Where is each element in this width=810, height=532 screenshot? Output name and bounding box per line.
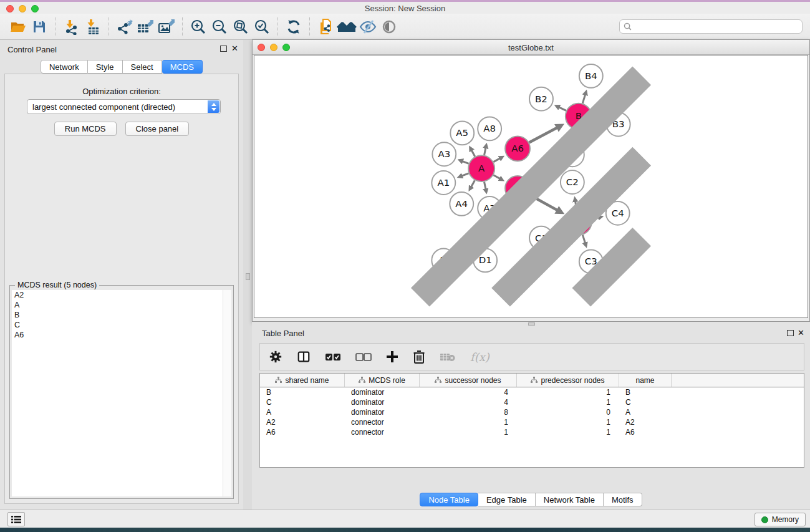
search-field[interactable]	[619, 19, 803, 34]
list-item[interactable]: A	[12, 300, 231, 310]
table-cell[interactable]: A2	[619, 418, 672, 427]
optimization-criterion-label: Optimization criterion:	[5, 87, 238, 96]
table-cell[interactable]: 4	[420, 398, 517, 407]
table-cell[interactable]: 8	[420, 408, 517, 417]
tab-edge-table[interactable]: Edge Table	[478, 493, 536, 506]
table-row[interactable]: Adominator80A	[260, 407, 804, 417]
run-mcds-button[interactable]: Run MCDS	[54, 122, 117, 136]
zoom-in-button[interactable]	[188, 16, 209, 37]
table-cell[interactable]: 0	[517, 408, 619, 417]
export-image-button[interactable]	[156, 16, 177, 37]
add-column-button[interactable]	[386, 351, 398, 363]
panel-splitter[interactable]	[243, 40, 252, 510]
resize-grip-icon[interactable]	[254, 56, 808, 317]
table-cell[interactable]: connector	[345, 418, 420, 427]
list-item[interactable]: A6	[12, 330, 231, 340]
table-cell[interactable]: dominator	[345, 408, 420, 417]
memory-button[interactable]: Memory	[755, 513, 806, 526]
table-panel-title: Table Panel	[262, 329, 304, 338]
column-header-MCDS-role[interactable]: MCDS role	[345, 374, 420, 387]
table-cell[interactable]: B	[619, 388, 672, 397]
delete-column-button[interactable]	[413, 350, 425, 364]
status-bar: Memory	[0, 510, 810, 528]
table-row[interactable]: A2connector11A2	[260, 417, 804, 427]
function-builder-button[interactable]: f(x)	[470, 351, 489, 364]
table-cell[interactable]: A	[260, 408, 345, 417]
lens-icon	[382, 19, 397, 34]
table-cell[interactable]: 1	[420, 428, 517, 437]
table-cell[interactable]: connector	[345, 428, 420, 437]
toolbar-separator	[309, 17, 310, 36]
table-row[interactable]: Cdominator41C	[260, 397, 804, 407]
tab-network[interactable]: Network	[41, 60, 88, 74]
column-header-name[interactable]: name	[619, 374, 672, 387]
table-cell[interactable]: A	[619, 408, 672, 417]
birds-eye-view-button[interactable]	[336, 16, 357, 37]
table-settings-button[interactable]	[269, 350, 282, 364]
table-cell[interactable]: A6	[260, 428, 345, 437]
show-columns-button[interactable]	[297, 350, 311, 364]
network-window-titlebar[interactable]: testGlobe.txt	[253, 40, 809, 55]
column-header-successor-nodes[interactable]: successor nodes	[420, 374, 517, 387]
column-header-predecessor-nodes[interactable]: predecessor nodes	[517, 374, 619, 387]
zoom-out-button[interactable]	[209, 16, 230, 37]
list-item[interactable]: A2	[12, 290, 231, 300]
mcds-result-list[interactable]: A2 A B C A6	[12, 290, 231, 496]
table-cell[interactable]: 4	[420, 388, 517, 397]
table-cell[interactable]: C	[260, 398, 345, 407]
copy-network-button[interactable]	[315, 16, 336, 37]
table-cell[interactable]: dominator	[345, 388, 420, 397]
tab-style[interactable]: Style	[88, 60, 123, 74]
toolbar-separator	[277, 17, 278, 36]
close-panel-icon[interactable]: ✕	[798, 328, 804, 337]
criterion-select[interactable]: largest connected component (directed)	[27, 99, 221, 114]
list-item[interactable]: B	[12, 310, 231, 320]
task-history-button[interactable]	[7, 512, 25, 526]
table-cell[interactable]: A2	[260, 418, 345, 427]
table-row[interactable]: Bdominator41B	[260, 387, 804, 397]
import-network-button[interactable]	[60, 16, 82, 37]
export-table-button[interactable]	[135, 16, 156, 37]
table-cell[interactable]: 1	[517, 398, 619, 407]
tab-motifs[interactable]: Motifs	[604, 493, 642, 506]
tab-node-table[interactable]: Node Table	[420, 493, 478, 506]
table-cell[interactable]: C	[619, 398, 672, 407]
tab-select[interactable]: Select	[123, 60, 162, 74]
search-input[interactable]	[634, 22, 802, 31]
tab-mcds[interactable]: MCDS	[162, 60, 203, 74]
close-panel-button[interactable]: Close panel	[125, 122, 190, 136]
export-network-icon	[116, 19, 133, 35]
table-cell[interactable]: 1	[517, 418, 619, 427]
close-panel-icon[interactable]: ✕	[231, 44, 238, 53]
network-canvas[interactable]: B4B2BB3A5A8A6A3B1AA1C2A2A4A7C4CC1DD1C3	[254, 55, 808, 318]
table-cell[interactable]: 1	[420, 418, 517, 427]
table-cell[interactable]: 1	[517, 428, 619, 437]
save-session-button[interactable]	[29, 16, 50, 37]
list-item[interactable]: C	[12, 320, 231, 330]
show-graphics-details-button[interactable]	[378, 16, 400, 37]
table-row[interactable]: A6connector11A6	[260, 427, 804, 437]
application-window: Session: New Session	[0, 0, 810, 532]
control-panel: Control Panel ✕ Network Style Select MCD…	[0, 40, 243, 510]
splitter-grip[interactable]	[246, 273, 250, 280]
import-table-button[interactable]	[82, 16, 103, 37]
zoom-selected-button[interactable]	[251, 16, 272, 37]
delete-table-button[interactable]	[440, 351, 456, 362]
table-cell[interactable]: B	[260, 388, 345, 397]
hide-graphics-details-button[interactable]	[357, 16, 378, 37]
toolbar-separator	[55, 17, 55, 36]
deselect-all-button[interactable]	[355, 352, 372, 362]
tab-network-table[interactable]: Network Table	[536, 493, 604, 506]
open-session-button[interactable]	[7, 16, 29, 37]
table-cell[interactable]: 1	[517, 388, 619, 397]
float-panel-icon[interactable]	[220, 46, 227, 52]
refresh-view-button[interactable]	[283, 16, 304, 37]
table-cell[interactable]: A6	[619, 428, 672, 437]
zoom-fit-button[interactable]	[230, 16, 251, 37]
column-header-shared-name[interactable]: shared name	[260, 374, 345, 387]
list-scrollbar[interactable]	[223, 290, 231, 496]
export-network-button[interactable]	[113, 16, 135, 37]
select-all-button[interactable]	[325, 352, 341, 362]
table-cell[interactable]: dominator	[345, 398, 420, 407]
float-panel-icon[interactable]	[787, 330, 794, 336]
